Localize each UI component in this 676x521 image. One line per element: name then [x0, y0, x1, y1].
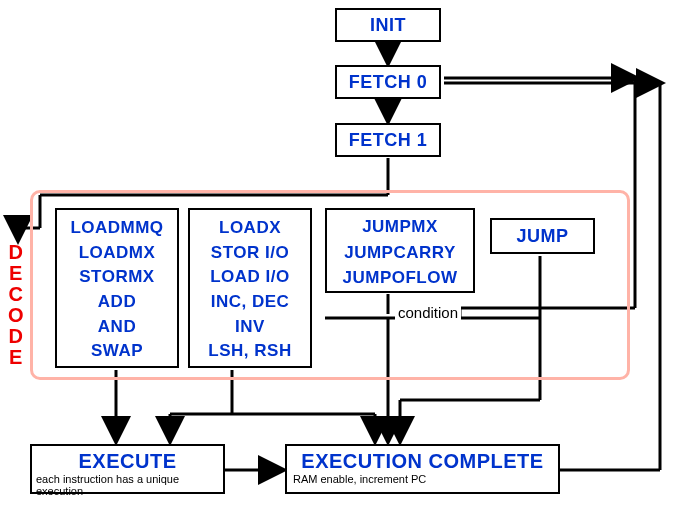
node-group3: JUMPMX JUMPCARRY JUMPOFLOW: [325, 208, 475, 293]
node-jump: JUMP: [490, 218, 595, 254]
node-execute: EXECUTE each instruction has a unique ex…: [30, 444, 225, 494]
node-fetch0: FETCH 0: [335, 65, 441, 99]
node-execution-complete: EXECUTION COMPLETE RAM enable, increment…: [285, 444, 560, 494]
decode-label: D E C O D E: [8, 242, 24, 368]
node-fetch1: FETCH 1: [335, 123, 441, 157]
node-group2: LOADX STOR I/O LOAD I/O INC, DEC INV LSH…: [188, 208, 312, 368]
condition-label: condition: [395, 304, 461, 321]
node-group1: LOADMMQ LOADMX STORMX ADD AND SWAP: [55, 208, 179, 368]
node-init: INIT: [335, 8, 441, 42]
